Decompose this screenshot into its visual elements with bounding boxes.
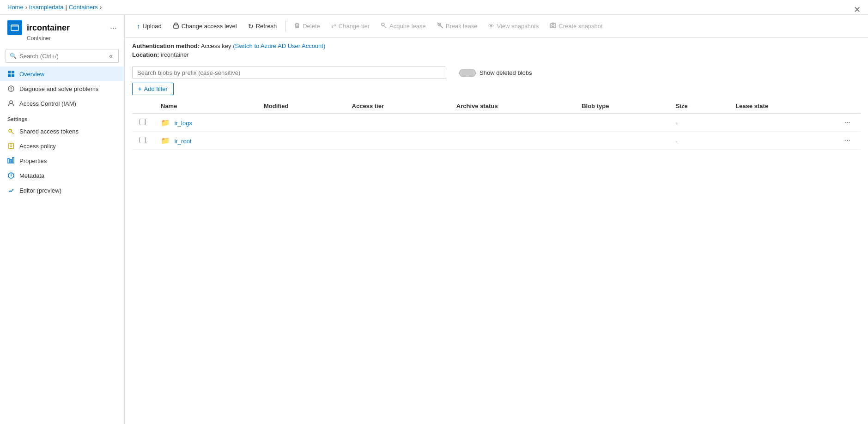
collapse-sidebar-button[interactable]: « — [107, 51, 115, 61]
refresh-icon: ↻ — [248, 23, 254, 30]
search-filter-area: Show deleted blobs + Add filter — [125, 63, 868, 99]
breadcrumb-containers[interactable]: Containers — [69, 4, 98, 11]
svg-rect-2 — [8, 71, 11, 73]
resource-title: ircontainer — [27, 23, 70, 33]
sidebar-item-access-policy-label: Access policy — [19, 143, 56, 150]
folder-name-link[interactable]: ir_root — [175, 138, 192, 145]
change-tier-button[interactable]: ⇄ Change tier — [327, 20, 374, 32]
toolbar-separator-1 — [285, 21, 285, 32]
col-modified: Modified — [256, 99, 345, 114]
row-checkbox[interactable] — [140, 119, 146, 125]
blob-table: Name Modified Access tier Archive status… — [132, 99, 861, 150]
acquire-lease-icon — [381, 22, 387, 30]
break-lease-button[interactable]: Break lease — [432, 19, 482, 33]
change-access-level-button[interactable]: Change access level — [168, 19, 242, 33]
properties-icon — [7, 157, 15, 164]
breadcrumb-home[interactable]: Home — [7, 4, 24, 11]
location-line: Location: ircontainer — [132, 51, 861, 58]
sidebar-search-input[interactable] — [19, 53, 104, 60]
cell-archive-status — [449, 114, 574, 132]
cell-blob-type — [574, 132, 668, 150]
auth-line: Authentication method: Access key (Switc… — [132, 42, 861, 49]
breadcrumb: Home › irsampledata | Containers › — [0, 0, 868, 15]
info-bar: Authentication method: Access key (Switc… — [125, 38, 868, 63]
sidebar-item-diagnose[interactable]: Diagnose and solve problems — [0, 81, 124, 96]
cell-blob-type — [574, 114, 668, 132]
view-snapshots-icon: 👁 — [488, 23, 494, 30]
delete-icon — [294, 22, 300, 30]
close-button[interactable]: ✕ — [854, 5, 861, 15]
sidebar-item-shared-access-tokens[interactable]: Shared access tokens — [0, 124, 124, 139]
folder-icon: 📁 — [161, 137, 170, 145]
cell-modified — [256, 132, 345, 150]
location-value: ircontainer — [161, 51, 189, 58]
svg-rect-1 — [11, 25, 18, 27]
sidebar-item-properties-label: Properties — [19, 157, 47, 164]
sidebar-item-editor-preview-label: Editor (preview) — [19, 187, 61, 194]
sidebar-header: ircontainer ··· Container — [0, 15, 124, 45]
blob-search-input[interactable] — [132, 67, 446, 79]
svg-rect-16 — [12, 157, 14, 163]
show-deleted-toggle[interactable] — [459, 69, 476, 77]
col-access-tier: Access tier — [345, 99, 449, 114]
create-snapshot-button[interactable]: Create snapshot — [545, 19, 607, 33]
breadcrumb-storage[interactable]: irsampledata — [29, 4, 63, 11]
access-control-icon — [7, 100, 15, 107]
view-snapshots-button[interactable]: 👁 View snapshots — [484, 20, 543, 32]
upload-button[interactable]: ↑ Upload — [132, 19, 166, 33]
resource-subtitle: Container — [27, 35, 117, 42]
col-size: Size — [668, 99, 728, 114]
add-filter-button[interactable]: + Add filter — [132, 83, 174, 95]
toggle-slider — [459, 69, 476, 77]
diagnose-icon — [7, 85, 15, 92]
auth-method: Access key — [201, 42, 233, 49]
table-body: 📁 ir_logs - ··· 📁 ir_root - ··· — [132, 114, 861, 150]
show-deleted-label: Show deleted blobs — [480, 69, 532, 76]
search-icon: 🔍 — [10, 53, 17, 59]
breadcrumb-sep2: | — [65, 4, 67, 11]
show-deleted-row: Show deleted blobs — [459, 69, 532, 77]
col-checkbox — [132, 99, 153, 114]
sidebar: ircontainer ··· Container 🔍 « Overview — [0, 15, 125, 424]
sidebar-search-box: 🔍 « — [6, 49, 119, 63]
row-checkbox[interactable] — [140, 137, 146, 143]
sidebar-item-diagnose-label: Diagnose and solve problems — [19, 85, 98, 92]
acquire-lease-button[interactable]: Acquire lease — [376, 19, 431, 33]
refresh-button[interactable]: ↻ Refresh — [243, 20, 282, 33]
switch-auth-link[interactable]: (Switch to Azure AD User Account) — [233, 42, 325, 49]
breadcrumb-sep1: › — [25, 4, 27, 11]
sidebar-item-overview[interactable]: Overview — [0, 67, 124, 81]
delete-button[interactable]: Delete — [289, 19, 325, 33]
sidebar-item-metadata[interactable]: Metadata — [0, 168, 124, 183]
col-blob-type: Blob type — [574, 99, 668, 114]
sidebar-item-properties[interactable]: Properties ⬅ — [0, 153, 124, 168]
folder-name-link[interactable]: ir_logs — [175, 120, 192, 127]
svg-point-9 — [10, 101, 12, 103]
col-name: Name — [153, 99, 256, 114]
sidebar-item-access-control[interactable]: Access Control (IAM) — [0, 96, 124, 111]
svg-point-19 — [11, 174, 12, 174]
overview-icon — [7, 70, 15, 78]
svg-rect-15 — [10, 159, 12, 163]
col-actions — [834, 99, 861, 114]
main-content: ↑ Upload Change access level ↻ Refresh — [125, 15, 868, 424]
more-options-button[interactable]: ··· — [110, 23, 117, 33]
cell-size: - — [668, 132, 728, 150]
location-prefix: Location: — [132, 51, 159, 58]
sidebar-item-access-control-label: Access Control (IAM) — [19, 100, 76, 107]
sidebar-item-editor-preview[interactable]: Editor (preview) — [0, 183, 124, 198]
auth-prefix: Authentication method: — [132, 42, 200, 49]
row-more-button[interactable]: ··· — [842, 117, 853, 127]
row-more-button[interactable]: ··· — [842, 135, 853, 145]
breadcrumb-sep3: › — [100, 4, 102, 11]
sidebar-item-metadata-label: Metadata — [19, 172, 44, 179]
svg-rect-14 — [8, 158, 9, 163]
access-policy-icon — [7, 142, 15, 150]
cell-lease-state — [728, 114, 834, 132]
svg-point-21 — [382, 23, 384, 26]
break-lease-icon — [437, 22, 443, 30]
svg-rect-4 — [8, 74, 11, 77]
create-snapshot-icon — [550, 22, 556, 30]
sidebar-item-access-policy[interactable]: Access policy — [0, 139, 124, 153]
sidebar-item-overview-label: Overview — [19, 71, 44, 78]
